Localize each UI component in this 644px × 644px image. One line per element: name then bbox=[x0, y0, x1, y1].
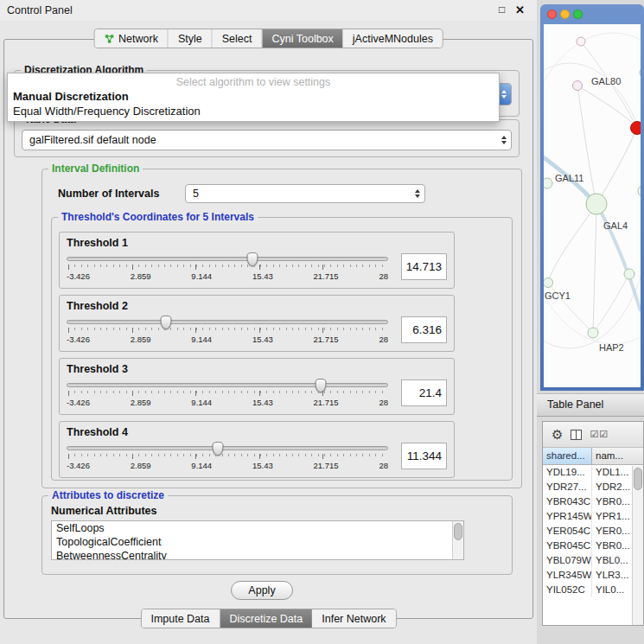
threshold-value-field[interactable]: 6.316 bbox=[401, 316, 447, 343]
tab-network[interactable]: Network bbox=[94, 29, 169, 48]
table-row[interactable]: YER054CYER0... bbox=[543, 524, 643, 539]
cell[interactable]: YDR27... bbox=[543, 480, 592, 494]
cell[interactable]: YIL052C bbox=[543, 583, 592, 597]
screen: Control Panel □ ✕ Discretization Algorit… bbox=[0, 0, 644, 644]
dropdown-option[interactable]: Manual Discretization bbox=[8, 89, 499, 104]
table-panel-titlebar: Table Panel bbox=[537, 393, 644, 417]
attributes-group-label: Attributes to discretize bbox=[48, 489, 168, 501]
cell[interactable]: YBR045C bbox=[543, 539, 592, 553]
table-row[interactable]: YPR145WYPR1... bbox=[543, 509, 643, 524]
list-item[interactable]: BetweennessCentrality bbox=[52, 549, 463, 560]
gear-icon[interactable]: ⚙ bbox=[552, 428, 563, 441]
scale-label: 2.859 bbox=[131, 398, 151, 407]
tab-label: Impute Data bbox=[150, 613, 209, 625]
node-label: GAL4 bbox=[603, 220, 628, 231]
dropdown-option[interactable]: Equal Width/Frequency Discretization bbox=[8, 104, 499, 118]
cell[interactable]: YPR145W bbox=[543, 509, 592, 524]
apply-button[interactable]: Apply bbox=[231, 581, 293, 600]
scrollbar-thumb[interactable] bbox=[454, 523, 462, 540]
network-node[interactable] bbox=[577, 37, 585, 46]
network-node-selected[interactable] bbox=[631, 122, 641, 135]
tab-cyni-toolbox[interactable]: Cyni Toolbox bbox=[262, 29, 342, 48]
tab-discretize-data[interactable]: Discretize Data bbox=[220, 609, 313, 628]
scale-label: 28 bbox=[379, 398, 388, 407]
close-panel-button[interactable]: ✕ bbox=[515, 3, 525, 16]
control-panel: Control Panel □ ✕ Discretization Algorit… bbox=[0, 0, 537, 644]
network-node[interactable] bbox=[624, 269, 634, 279]
threshold-value-field[interactable]: 14.713 bbox=[401, 253, 447, 280]
panel-body: Discretization Algorithm Table Data galF… bbox=[3, 39, 533, 619]
network-node[interactable] bbox=[588, 328, 598, 338]
table-row[interactable]: YDR27...YDR2... bbox=[543, 480, 643, 494]
thresholds-group-label: Threshold's Coordinates for 5 Intervals bbox=[58, 211, 258, 223]
tab-impute-data[interactable]: Impute Data bbox=[141, 609, 220, 628]
slider-track[interactable] bbox=[67, 446, 388, 450]
table-row[interactable]: YBR043CYBR0... bbox=[543, 494, 643, 509]
network-node[interactable] bbox=[544, 278, 553, 288]
minimize-window-icon[interactable] bbox=[560, 10, 570, 19]
close-window-icon[interactable] bbox=[547, 10, 557, 19]
table-row[interactable]: YDL19...YDL1... bbox=[543, 465, 643, 480]
threshold-value-field[interactable]: 11.344 bbox=[401, 443, 447, 469]
tab-jactivemnodules[interactable]: jActiveMNodules bbox=[343, 29, 443, 48]
list-item[interactable]: TopologicalCoefficient bbox=[52, 535, 463, 549]
combo-stepper-icon[interactable] bbox=[410, 185, 424, 202]
cell[interactable]: YDL19... bbox=[543, 465, 592, 480]
panel-title: Control Panel bbox=[7, 4, 73, 16]
tab-infer-network[interactable]: Infer Network bbox=[312, 609, 395, 628]
threshold-value-field[interactable]: 21.4 bbox=[401, 379, 447, 406]
node-label: HAP2 bbox=[599, 342, 624, 353]
scrollbar-thumb[interactable] bbox=[634, 468, 642, 490]
table-data-group: Table Data galFiltered.sif default node bbox=[14, 119, 520, 157]
threshold-slider[interactable]: -3.426 2.859 9.144 15.43 21.715 28 bbox=[67, 252, 388, 286]
threshold-slider[interactable]: -3.426 2.859 9.144 15.43 21.715 28 bbox=[67, 315, 388, 349]
table-row[interactable]: YBR045CYBR0... bbox=[543, 539, 643, 553]
scale-label: 9.144 bbox=[191, 461, 212, 470]
scale-label: 28 bbox=[379, 335, 388, 344]
threshold-label: Threshold 3 bbox=[67, 363, 128, 375]
zoom-window-icon[interactable] bbox=[573, 10, 583, 19]
column-header-name[interactable]: nam... bbox=[592, 448, 643, 464]
tab-label: Network bbox=[118, 33, 158, 45]
table-row[interactable]: YLR345WYLR3... bbox=[543, 568, 643, 583]
float-window-button[interactable]: □ bbox=[499, 3, 505, 16]
table-data-combo[interactable]: galFiltered.sif default node bbox=[22, 130, 512, 150]
cell[interactable]: YLR345W bbox=[543, 568, 592, 583]
scale-label: 2.859 bbox=[131, 461, 151, 470]
network-node[interactable] bbox=[573, 81, 583, 91]
attribute-list[interactable]: SelfLoops TopologicalCoefficient Between… bbox=[51, 520, 464, 560]
network-node[interactable] bbox=[586, 194, 607, 214]
scale-label: 9.144 bbox=[191, 335, 212, 344]
network-canvas[interactable]: GAL80 GAL11 GAL4 GCY1 HAP2 bbox=[544, 24, 641, 387]
slider-track[interactable] bbox=[67, 320, 388, 324]
select-rows-icon[interactable]: ☑☑ bbox=[590, 430, 609, 439]
threshold-slider[interactable]: -3.426 2.859 9.144 15.43 21.715 28 bbox=[67, 441, 388, 475]
threshold-label: Threshold 4 bbox=[67, 426, 128, 438]
combo-stepper-icon[interactable] bbox=[496, 131, 511, 150]
threshold-slider[interactable]: -3.426 2.859 9.144 15.43 21.715 28 bbox=[67, 378, 388, 412]
table-body: YDL19...YDL1... YDR27...YDR2... YBR043CY… bbox=[543, 465, 643, 597]
cell[interactable]: YER054C bbox=[543, 524, 592, 539]
network-node[interactable] bbox=[640, 67, 641, 78]
cell[interactable]: YBR043C bbox=[543, 494, 592, 509]
tab-label: Infer Network bbox=[322, 613, 386, 625]
table-scrollbar[interactable] bbox=[632, 466, 643, 625]
slider-track[interactable] bbox=[67, 383, 388, 387]
scale-label: 15.43 bbox=[252, 398, 273, 407]
network-view-window[interactable]: GAL80 GAL11 GAL4 GCY1 HAP2 bbox=[540, 4, 644, 391]
control-panel-titlebar: Control Panel □ ✕ bbox=[0, 0, 537, 21]
network-node[interactable] bbox=[638, 185, 641, 197]
columns-icon[interactable] bbox=[571, 430, 582, 440]
table-row[interactable]: YIL052CYIL0... bbox=[543, 583, 643, 597]
num-intervals-combo[interactable]: 5 bbox=[185, 184, 425, 203]
cell[interactable]: YBL079W bbox=[543, 553, 592, 568]
slider-track[interactable] bbox=[67, 257, 388, 261]
list-item[interactable]: SelfLoops bbox=[52, 521, 463, 535]
list-scrollbar[interactable] bbox=[452, 521, 463, 559]
network-node[interactable] bbox=[544, 178, 552, 188]
column-header-shared-name[interactable]: shared... bbox=[543, 448, 592, 464]
tab-select[interactable]: Select bbox=[213, 29, 263, 48]
table-row[interactable]: YBL079WYBL0... bbox=[543, 553, 643, 568]
tab-style[interactable]: Style bbox=[169, 29, 213, 48]
slider-ticks bbox=[68, 328, 386, 333]
